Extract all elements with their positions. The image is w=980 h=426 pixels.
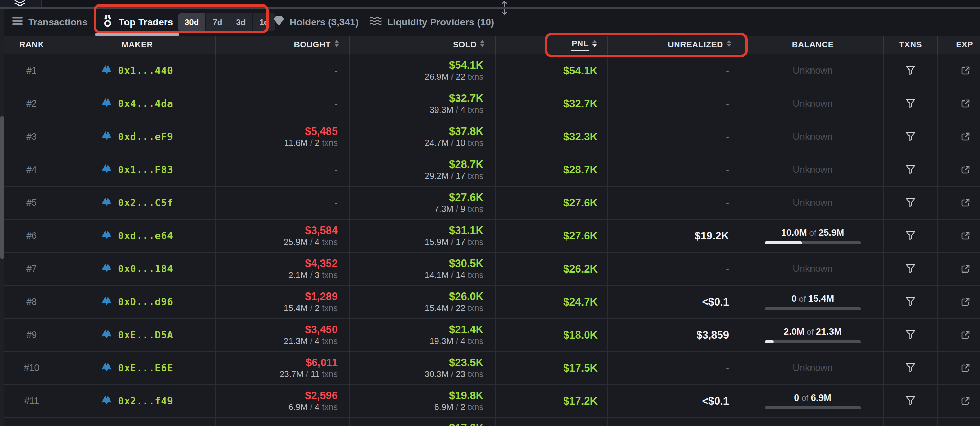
table-row[interactable]: #50x2...C5f-$27.6K7.3M / 9 txns$27.6K-Un… xyxy=(5,187,980,220)
column-header-rank: RANK xyxy=(5,36,59,54)
sold-cell: $32.7K39.3M / 4 txns xyxy=(350,88,496,120)
gem-icon xyxy=(274,16,284,28)
filter-by-trader-button[interactable] xyxy=(905,363,916,373)
open-explorer-link[interactable] xyxy=(960,65,971,76)
open-explorer-link[interactable] xyxy=(960,98,971,109)
column-header-sold[interactable]: SOLD xyxy=(350,36,496,54)
table-row[interactable]: #20x4...4da-$32.7K39.3M / 4 txns$32.7K-U… xyxy=(5,88,980,120)
maker-address-link[interactable]: 0x0...184 xyxy=(118,263,173,274)
rank-cell: #10 xyxy=(5,352,59,384)
table-row[interactable]: $17.6K xyxy=(5,418,980,426)
open-explorer-link[interactable] xyxy=(960,131,971,142)
table-row[interactable]: #60xd...e64$3,58425.9M / 4 txns$31.1K15.… xyxy=(5,220,980,252)
filter-by-trader-button[interactable] xyxy=(905,231,916,241)
maker-address-link[interactable]: 0x1...F83 xyxy=(118,164,173,176)
table-row[interactable]: #10x1...440-$54.1K26.9M / 22 txns$54.1K-… xyxy=(5,54,980,88)
sort-arrows-icon[interactable] xyxy=(334,40,339,49)
resize-vertical-icon[interactable] xyxy=(500,0,509,17)
funnel-icon xyxy=(905,198,916,208)
table-row[interactable]: #40x1...F83-$28.7K29.2M / 17 txns$28.7K-… xyxy=(5,153,980,187)
medal-icon xyxy=(102,15,113,30)
funnel-icon xyxy=(905,164,916,175)
maker-address-link[interactable]: 0x2...f49 xyxy=(118,396,173,407)
vertical-scrollbar-thumb[interactable] xyxy=(0,116,4,259)
sort-arrows-icon[interactable] xyxy=(592,40,597,49)
timeframe-30d-button[interactable]: 30d xyxy=(178,13,206,31)
rank-label: #2 xyxy=(27,99,37,109)
column-header-balance: BALANCE xyxy=(742,36,884,54)
maker-address-link[interactable]: 0x4...4da xyxy=(118,98,173,109)
tab-holders[interactable]: Holders (3,341) xyxy=(274,9,359,36)
pnl-cell: $17.2K xyxy=(496,385,608,417)
filter-by-trader-button[interactable] xyxy=(905,131,916,142)
exp-cell xyxy=(938,153,980,186)
open-explorer-link[interactable] xyxy=(960,329,971,340)
maker-address-link[interactable]: 0x1...440 xyxy=(118,65,173,77)
rank-label: #11 xyxy=(24,396,39,406)
timeframe-7d-button[interactable]: 7d xyxy=(206,13,229,31)
balance-cell: 10.0M of 25.9M xyxy=(742,220,884,252)
balance-cell: Unknown xyxy=(742,187,884,219)
amount-and-txns: 29.2M / 17 txns xyxy=(425,172,484,180)
bought-cell xyxy=(216,418,350,426)
table-row[interactable]: #90xE...D5A$3,45021.3M / 4 txns$21.4K19.… xyxy=(5,319,980,352)
open-explorer-link[interactable] xyxy=(960,230,971,241)
open-explorer-link[interactable] xyxy=(960,362,971,373)
open-explorer-link[interactable] xyxy=(960,396,971,406)
open-explorer-link[interactable] xyxy=(960,263,971,274)
pnl-value: $17.5K xyxy=(563,363,598,373)
maker-address-link[interactable]: 0xD...d96 xyxy=(118,296,173,308)
maker-address-link[interactable]: 0xd...e64 xyxy=(118,230,173,242)
rank-label: #4 xyxy=(27,164,37,175)
open-explorer-link[interactable] xyxy=(960,197,971,208)
maker-address-link[interactable]: 0xd...eF9 xyxy=(118,131,173,142)
rank-label: #9 xyxy=(27,330,37,340)
filter-by-trader-button[interactable] xyxy=(905,99,916,109)
sort-arrows-icon[interactable] xyxy=(727,40,732,49)
open-explorer-link[interactable] xyxy=(960,296,971,307)
column-header-unrealized[interactable]: UNREALIZED xyxy=(608,36,742,54)
balance-cell: Unknown xyxy=(742,54,884,87)
filter-by-trader-button[interactable] xyxy=(905,396,916,406)
column-header-label: SOLD xyxy=(453,40,477,49)
column-header-label: RANK xyxy=(19,40,44,49)
column-header-bought[interactable]: BOUGHT xyxy=(216,36,350,54)
table-row[interactable]: #100xE...E6E$6,01123.7M / 11 txns$23.5K3… xyxy=(5,352,980,385)
filter-by-trader-button[interactable] xyxy=(905,198,916,208)
maker-address-link[interactable]: 0xE...E6E xyxy=(118,362,173,374)
pnl-value: $32.7K xyxy=(563,99,598,109)
sold-cell: $26.0K15.4M / 22 txns xyxy=(350,286,496,318)
txns-cell xyxy=(884,385,938,417)
sold-cell: $31.1K15.9M / 17 txns xyxy=(350,220,496,252)
column-header-txns: TXNS xyxy=(884,36,938,54)
filter-by-trader-button[interactable] xyxy=(905,297,916,307)
tab-top-traders[interactable]: Top Traders xyxy=(102,9,173,36)
table-row[interactable]: #30xd...eF9$5,48511.6M / 2 txns$37.8K24.… xyxy=(5,120,980,153)
sort-arrows-icon[interactable] xyxy=(480,40,485,49)
filter-by-trader-button[interactable] xyxy=(905,164,916,175)
timeframe-3d-button[interactable]: 3d xyxy=(229,13,253,31)
filter-by-trader-button[interactable] xyxy=(905,263,916,274)
filter-by-trader-button[interactable] xyxy=(905,330,916,340)
column-header-pnl[interactable]: PNL xyxy=(496,36,608,54)
sold-cell: $37.8K24.7M / 10 txns xyxy=(350,120,496,153)
table-row[interactable]: #110x2...f49$2,5966.9M / 4 txns$19.8K6.9… xyxy=(5,385,980,418)
tab-transactions[interactable]: Transactions xyxy=(13,9,88,36)
exp-cell xyxy=(938,54,980,87)
table-row[interactable]: #80xD...d96$1,28915.4M / 2 txns$26.0K15.… xyxy=(5,286,980,319)
timeframe-1d-button[interactable]: 1d xyxy=(253,13,275,31)
tab-liquidity-providers[interactable]: Liquidity Providers (10) xyxy=(370,9,494,36)
pnl-cell xyxy=(496,418,608,426)
filter-by-trader-button[interactable] xyxy=(905,65,916,76)
empty-value-dash: - xyxy=(726,65,729,76)
rank-cell: #4 xyxy=(5,153,59,186)
maker-address-link[interactable]: 0xE...D5A xyxy=(118,329,173,341)
maker-address-link[interactable]: 0x2...C5f xyxy=(118,197,173,209)
pnl-value: $27.6K xyxy=(563,198,598,208)
external-link-icon xyxy=(960,396,971,406)
open-explorer-link[interactable] xyxy=(960,164,971,175)
external-link-icon xyxy=(960,263,971,274)
external-link-icon xyxy=(960,131,971,142)
balance-unknown-label: Unknown xyxy=(792,263,833,274)
table-row[interactable]: #70x0...184$4,3522.1M / 3 txns$30.5K14.1… xyxy=(5,252,980,286)
